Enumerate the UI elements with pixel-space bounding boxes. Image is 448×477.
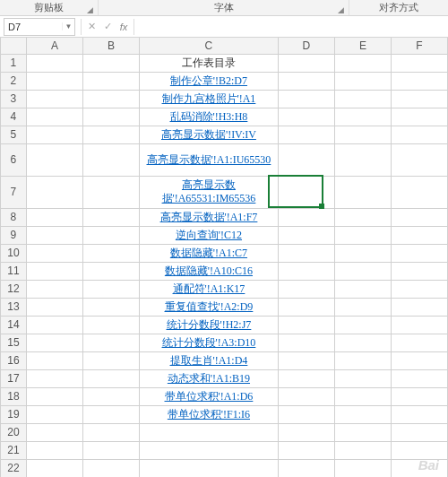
col-header[interactable]: A (26, 38, 82, 54)
cell[interactable] (334, 351, 391, 369)
cell[interactable] (26, 262, 82, 280)
cell[interactable] (82, 334, 139, 351)
cell[interactable] (391, 262, 447, 280)
row-header[interactable]: 5 (1, 126, 27, 143)
cell[interactable] (26, 176, 82, 208)
cell[interactable] (334, 298, 391, 316)
cell[interactable] (26, 143, 82, 176)
cell[interactable] (26, 459, 82, 477)
cell[interactable] (278, 316, 334, 334)
cell[interactable]: 带单位求积'!F1:I6 (139, 405, 278, 423)
cell[interactable] (334, 90, 391, 108)
cell[interactable] (139, 423, 278, 441)
cell[interactable] (26, 108, 82, 126)
cell[interactable] (391, 369, 447, 387)
cell[interactable] (82, 423, 139, 441)
row-header[interactable]: 13 (1, 298, 27, 316)
cell[interactable] (278, 54, 334, 72)
hyperlink-cell[interactable]: 带单位求积'!F1:I6 (140, 407, 278, 422)
hyperlink-cell[interactable]: 高亮显示数据'!A65531:IM65536 (140, 178, 278, 206)
cell[interactable] (26, 280, 82, 298)
cell[interactable]: 制作公章'!B2:D7 (139, 72, 278, 90)
cell[interactable] (82, 108, 139, 126)
cell[interactable] (391, 316, 447, 334)
hyperlink-cell[interactable]: 制作九宫格照片'!A1 (140, 91, 278, 107)
cell[interactable] (26, 226, 82, 244)
cell[interactable] (334, 405, 391, 423)
cell[interactable] (391, 298, 447, 316)
cell[interactable] (82, 244, 139, 262)
cell[interactable] (278, 387, 334, 405)
cell[interactable]: 带单位求积'!A1:D6 (139, 387, 278, 405)
cell[interactable] (334, 423, 391, 441)
cell[interactable] (334, 143, 391, 176)
row-header[interactable]: 19 (1, 405, 27, 423)
cell[interactable] (26, 316, 82, 334)
cell[interactable] (334, 226, 391, 244)
cell[interactable] (334, 208, 391, 226)
hyperlink-cell[interactable]: 统计分数段'!H2:J7 (140, 317, 278, 333)
hyperlink-cell[interactable]: 数据隐藏'!A1:C7 (140, 246, 278, 261)
cell[interactable]: 制作九宫格照片'!A1 (139, 90, 278, 108)
cell[interactable] (334, 334, 391, 351)
cell[interactable] (334, 244, 391, 262)
hyperlink-cell[interactable]: 带单位求积'!A1:D6 (140, 389, 278, 404)
cell[interactable] (82, 176, 139, 208)
cell[interactable] (82, 90, 139, 108)
row-header[interactable]: 2 (1, 72, 27, 90)
cell[interactable]: 高亮显示数据'!A1:F7 (139, 208, 278, 226)
cell[interactable] (82, 54, 139, 72)
cell[interactable] (278, 176, 334, 208)
cell[interactable] (391, 90, 447, 108)
cell[interactable] (391, 459, 447, 477)
cell[interactable] (391, 405, 447, 423)
hyperlink-cell[interactable]: 逆向查询'!C12 (140, 228, 278, 243)
cell[interactable] (334, 54, 391, 72)
cell[interactable] (391, 176, 447, 208)
cell[interactable] (26, 441, 82, 459)
hyperlink-cell[interactable]: 通配符'!A1:K17 (140, 282, 278, 297)
cell[interactable] (26, 405, 82, 423)
row-header[interactable]: 16 (1, 351, 27, 369)
row-header[interactable]: 22 (1, 459, 27, 477)
hyperlink-cell[interactable]: 统计分数段'!A3:D10 (140, 335, 278, 351)
cell[interactable] (334, 316, 391, 334)
row-header[interactable]: 12 (1, 280, 27, 298)
cell[interactable] (278, 298, 334, 316)
cell[interactable] (26, 369, 82, 387)
hyperlink-cell[interactable]: 数据隐藏'!A10:C16 (140, 264, 278, 279)
cell[interactable] (26, 208, 82, 226)
row-header[interactable]: 18 (1, 387, 27, 405)
cell[interactable]: 高亮显示数据'!IV:IV (139, 126, 278, 143)
cell[interactable] (82, 72, 139, 90)
hyperlink-cell[interactable]: 高亮显示数据'!A1:IU65530 (140, 152, 278, 168)
cell[interactable] (26, 423, 82, 441)
cell[interactable] (334, 387, 391, 405)
cell[interactable] (278, 334, 334, 351)
cell[interactable] (26, 54, 82, 72)
hyperlink-cell[interactable]: 高亮显示数据'!IV:IV (140, 127, 278, 143)
chevron-down-icon[interactable]: ▼ (62, 22, 74, 30)
cell[interactable] (82, 280, 139, 298)
cell[interactable] (334, 459, 391, 477)
hyperlink-cell[interactable]: 制作公章'!B2:D7 (140, 74, 278, 89)
cell[interactable]: 动态求和'!A1:B19 (139, 369, 278, 387)
cell[interactable]: 高亮显示数据'!A1:IU65530 (139, 143, 278, 176)
cell[interactable]: 通配符'!A1:K17 (139, 280, 278, 298)
cell[interactable] (334, 280, 391, 298)
cell[interactable] (391, 280, 447, 298)
cell[interactable] (26, 334, 82, 351)
cell[interactable] (26, 351, 82, 369)
cell[interactable] (26, 126, 82, 143)
cell[interactable] (278, 405, 334, 423)
cell[interactable] (391, 108, 447, 126)
cell[interactable] (278, 208, 334, 226)
cell[interactable] (278, 244, 334, 262)
cell[interactable] (334, 126, 391, 143)
cell[interactable] (391, 226, 447, 244)
formula-input[interactable] (136, 18, 448, 36)
row-header[interactable]: 8 (1, 208, 27, 226)
cell[interactable] (82, 405, 139, 423)
row-header[interactable]: 15 (1, 334, 27, 351)
dialog-launcher-icon[interactable]: ◢ (336, 5, 345, 14)
